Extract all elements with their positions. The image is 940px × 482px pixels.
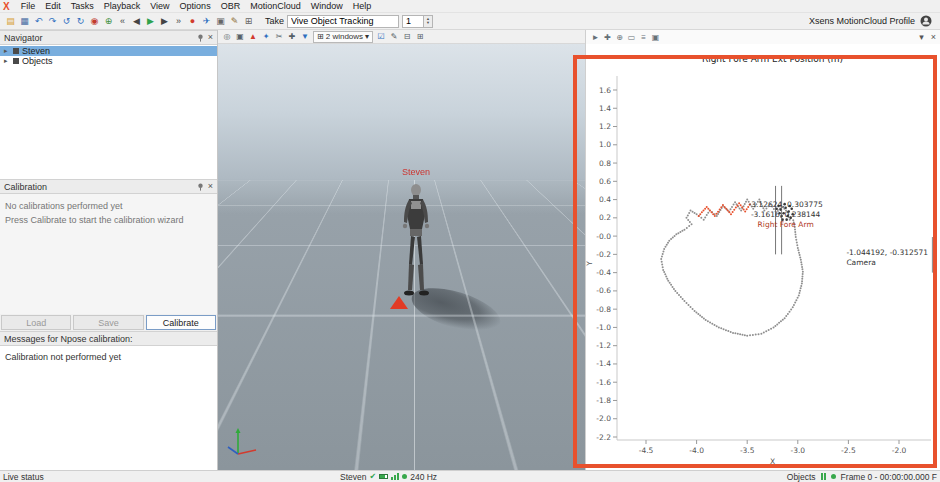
profile-avatar-icon[interactable] — [920, 15, 932, 27]
calibration-title: Calibration — [4, 182, 197, 192]
character-marker-icon[interactable]: ▲ — [247, 31, 259, 43]
confirm-icon[interactable]: ☑ — [375, 31, 387, 43]
battery-icon — [379, 474, 388, 479]
step-forward-icon[interactable]: ▶ — [158, 15, 171, 28]
reload-icon[interactable]: ↺ — [60, 15, 73, 28]
svg-text:1.6: 1.6 — [599, 86, 611, 95]
profile-area[interactable]: Xsens MotionCloud Profile — [809, 15, 936, 27]
pin-icon[interactable] — [197, 183, 204, 191]
svg-text:-3.12624, 0.303775: -3.12624, 0.303775 — [749, 200, 824, 209]
status-rate: 240 Hz — [410, 472, 437, 482]
move-icon[interactable]: ✚ — [286, 31, 298, 43]
menubar: X FileEditTasksPlaybackViewOptionsOBRMot… — [0, 0, 940, 13]
svg-text:0.2: 0.2 — [599, 213, 611, 222]
gizmo-icon[interactable]: ✦ — [260, 31, 272, 43]
filter-icon[interactable]: ▼ — [299, 31, 311, 43]
record-icon[interactable]: ● — [186, 15, 199, 28]
menu-view[interactable]: View — [145, 1, 174, 11]
menu-playback[interactable]: Playback — [99, 1, 146, 11]
capture-icon[interactable]: ▣ — [234, 31, 246, 43]
chart-svg[interactable]: Right Fore Arm Ext Position (m)1.61.41.2… — [586, 44, 940, 470]
windows-selector[interactable]: ⊞ 2 windows ▾ — [313, 31, 373, 43]
close-icon[interactable]: × — [208, 182, 213, 191]
scene-camera-icon[interactable]: ◎ — [221, 31, 233, 43]
menu-tasks[interactable]: Tasks — [66, 1, 99, 11]
take-number-input[interactable] — [402, 15, 424, 28]
expander-icon[interactable]: ▸ — [4, 57, 10, 65]
save-button[interactable]: Save — [73, 315, 143, 330]
axes-icon[interactable]: ≡ — [638, 32, 649, 43]
svg-text:Right Fore Arm: Right Fore Arm — [758, 220, 814, 229]
messages-panel: Messages for Npose calibration: Calibrat… — [0, 331, 217, 470]
sync-icon[interactable]: ↻ — [74, 15, 87, 28]
viewport-column: ◎▣▲✦✂✚▼ ⊞ 2 windows ▾ ☑✎⊟⊞ Steven — [218, 30, 585, 470]
messages-body: Calibration not performed yet — [0, 346, 217, 470]
actor-icon[interactable]: ◉ — [88, 15, 101, 28]
svg-text:-3.5: -3.5 — [740, 446, 755, 455]
skip-end-icon[interactable]: » — [172, 15, 185, 28]
cut-icon[interactable]: ✂ — [273, 31, 285, 43]
cursor-icon[interactable]: ► — [590, 32, 601, 43]
step-back-icon[interactable]: ◀ — [130, 15, 143, 28]
close-icon[interactable]: × — [208, 33, 213, 42]
expander-icon[interactable]: ▸ — [4, 47, 10, 55]
menu-edit[interactable]: Edit — [40, 1, 66, 11]
chart-close-icon[interactable]: × — [931, 32, 936, 42]
menu-motioncloud[interactable]: MotionCloud — [245, 1, 306, 11]
calibration-message: No calibrations performed yet Press Cali… — [0, 194, 217, 314]
tree-item-objects[interactable]: ▸Objects — [0, 56, 217, 66]
menu-help[interactable]: Help — [348, 1, 377, 11]
split-grid-icon[interactable]: ⊞ — [414, 31, 426, 43]
main-toolbar: ▤▦↶↷↺↻◉⊕«◀▶▶»●✈▣✎⊞ Take ▲▼ Xsens MotionC… — [0, 13, 940, 30]
navigator-tree: ▸Steven▸Objects — [0, 45, 217, 179]
objects-status-icon — [821, 473, 826, 480]
svg-text:0.6: 0.6 — [599, 177, 611, 186]
navigator-panel: Navigator × ▸Steven▸Objects — [0, 30, 217, 179]
zoom-in-icon[interactable]: ⊕ — [614, 32, 625, 43]
chart-dropdown-chevron-icon[interactable]: ▾ — [919, 32, 924, 42]
edit-icon[interactable]: ✎ — [228, 15, 241, 28]
svg-text:-0.0: -0.0 — [596, 232, 611, 241]
load-button[interactable]: Load — [1, 315, 71, 330]
status-live: Live status — [3, 472, 44, 482]
messages-text: Calibration not performed yet — [5, 352, 212, 362]
skip-start-icon[interactable]: « — [116, 15, 129, 28]
flight-icon[interactable]: ✈ — [200, 15, 213, 28]
undo-icon[interactable]: ↶ — [32, 15, 45, 28]
tree-item-steven[interactable]: ▸Steven — [0, 46, 217, 56]
svg-text:-3.0: -3.0 — [790, 446, 805, 455]
annotate-icon[interactable]: ✎ — [388, 31, 400, 43]
menu-obr[interactable]: OBR — [216, 1, 246, 11]
screenshot-icon[interactable]: ▣ — [214, 15, 227, 28]
profile-label: Xsens MotionCloud Profile — [809, 16, 915, 26]
layout-icon[interactable]: ⊞ — [242, 15, 255, 28]
zoom-region-icon[interactable]: ▭ — [626, 32, 637, 43]
save-icon[interactable]: ▦ — [18, 15, 31, 28]
svg-text:-0.8: -0.8 — [596, 305, 611, 314]
3d-viewport[interactable]: Steven — [218, 44, 585, 470]
character-model[interactable] — [388, 182, 444, 300]
calibrate-button[interactable]: Calibrate — [146, 315, 216, 330]
status-bar: Live status Steven ✔ 240 Hz Objects Fram… — [0, 470, 940, 482]
navigator-title: Navigator — [4, 33, 197, 43]
take-name-input[interactable] — [287, 15, 399, 28]
calibration-message-line2: Press Calibrate to start the calibration… — [5, 214, 212, 228]
network-icon[interactable]: ⊕ — [102, 15, 115, 28]
menu-file[interactable]: File — [16, 1, 41, 11]
play-icon[interactable]: ▶ — [144, 15, 157, 28]
calibration-buttons: Load Save Calibrate — [0, 314, 217, 331]
svg-text:-1.2: -1.2 — [596, 341, 611, 350]
menu-options[interactable]: Options — [175, 1, 216, 11]
menu-window[interactable]: Window — [306, 1, 348, 11]
svg-text:-3.1616, 0.238144: -3.1616, 0.238144 — [751, 210, 821, 219]
svg-text:Camera: Camera — [846, 258, 875, 267]
split-horizontal-icon[interactable]: ⊟ — [401, 31, 413, 43]
snapshot-icon[interactable]: ▣ — [650, 32, 661, 43]
calibration-panel: Calibration × No calibrations performed … — [0, 179, 217, 331]
pan-icon[interactable]: ✚ — [602, 32, 613, 43]
svg-text:-4.5: -4.5 — [639, 446, 654, 455]
open-icon[interactable]: ▤ — [4, 15, 17, 28]
pin-icon[interactable] — [197, 34, 204, 42]
take-number-stepper[interactable]: ▲▼ — [424, 15, 433, 28]
redo-icon[interactable]: ↷ — [46, 15, 59, 28]
